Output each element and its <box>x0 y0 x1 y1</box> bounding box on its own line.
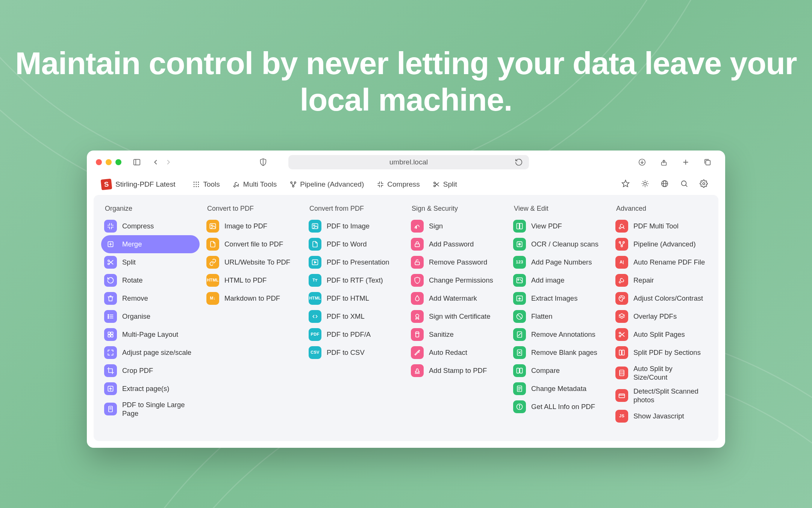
tool-get-all-info-on-pdf[interactable]: Get ALL Info on PDF <box>510 398 609 416</box>
tool-adjust-colors-contrast[interactable]: Adjust Colors/Contrast <box>612 289 711 307</box>
tool-extract-page-s[interactable]: Extract page(s) <box>101 380 200 398</box>
tool-organise[interactable]: Organise <box>101 307 200 325</box>
downloads-button[interactable] <box>636 157 648 168</box>
tool-flatten[interactable]: Flatten <box>510 307 609 325</box>
close-window-button[interactable] <box>96 159 102 165</box>
tool-convert-file-to-pdf[interactable]: Convert file to PDF <box>203 235 302 253</box>
numbers-icon: 123 <box>513 256 526 269</box>
minimize-window-button[interactable] <box>106 159 112 165</box>
tool-detect-split-scanned-photos[interactable]: Detect/Split Scanned photos <box>612 384 711 407</box>
tool-remove-password[interactable]: Remove Password <box>408 253 506 271</box>
tool-view-pdf[interactable]: View PDF <box>510 217 609 235</box>
nav-compress[interactable]: Compress <box>377 180 420 189</box>
sidebar-toggle-button[interactable] <box>131 157 142 168</box>
tool-pdf-to-single-large-page[interactable]: PDF to Single Large Page <box>101 398 200 420</box>
tool-pipeline-advanced[interactable]: Pipeline (Advanced) <box>612 235 711 253</box>
reload-button[interactable] <box>513 157 524 168</box>
svg-line-39 <box>686 185 688 187</box>
maximize-window-button[interactable] <box>115 159 121 165</box>
tool-overlay-pdfs[interactable]: Overlay PDFs <box>612 307 711 325</box>
sanitize-icon <box>411 328 424 341</box>
tool-label: Crop PDF <box>122 366 194 375</box>
tool-pdf-to-xml[interactable]: PDF to XML <box>306 307 404 325</box>
theme-toggle-button[interactable] <box>641 179 649 190</box>
tool-sanitize[interactable]: Sanitize <box>408 325 506 344</box>
tool-pdf-to-csv[interactable]: CSVPDF to CSV <box>306 344 404 362</box>
forward-button[interactable] <box>163 157 174 168</box>
tool-compress[interactable]: Compress <box>101 217 200 235</box>
unlock-icon <box>411 256 424 269</box>
tool-add-image[interactable]: Add image <box>510 271 609 289</box>
settings-button[interactable] <box>700 179 708 190</box>
tool-show-javascript[interactable]: JSShow Javascript <box>612 407 711 425</box>
tool-remove[interactable]: Remove <box>101 289 200 307</box>
tool-extract-images[interactable]: Extract Images <box>510 289 609 307</box>
tool-url-website-to-pdf[interactable]: URL/Website To PDF <box>203 253 302 271</box>
shield-icon <box>411 274 424 287</box>
tool-html-to-pdf[interactable]: HTMLHTML to PDF <box>203 271 302 289</box>
tool-add-password[interactable]: Add Password <box>408 235 506 253</box>
tool-adjust-page-size-scale[interactable]: Adjust page size/scale <box>101 344 200 362</box>
tool-split-pdf-by-sections[interactable]: Split PDF by Sections <box>612 344 711 362</box>
tool-add-watermark[interactable]: Add Watermark <box>408 289 506 307</box>
trash-icon <box>104 292 117 305</box>
tool-multi-page-layout[interactable]: Multi-Page Layout <box>101 325 200 344</box>
upload-icon <box>104 382 117 395</box>
tool-add-page-numbers[interactable]: 123Add Page Numbers <box>510 253 609 271</box>
tool-pdf-multi-tool[interactable]: PDF Multi Tool <box>612 217 711 235</box>
tool-sign-with-certificate[interactable]: Sign with Certificate <box>408 307 506 325</box>
wrench-icon <box>615 274 628 287</box>
tool-pdf-to-presentation[interactable]: PDF to Presentation <box>306 253 404 271</box>
tool-pdf-to-word[interactable]: PDF to Word <box>306 235 404 253</box>
tool-auto-redact[interactable]: Auto Redact <box>408 344 506 362</box>
tool-label: HTML to PDF <box>224 276 297 284</box>
app-brand[interactable]: S Stirling-PDF Latest <box>101 179 175 190</box>
favorites-button[interactable] <box>621 179 630 190</box>
tool-auto-split-pages[interactable]: Auto Split Pages <box>612 325 711 344</box>
back-button[interactable] <box>150 157 161 168</box>
nav-pipeline[interactable]: Pipeline (Advanced) <box>289 180 364 189</box>
tool-pdf-to-html[interactable]: HTMLPDF to HTML <box>306 289 404 307</box>
tool-markdown-to-pdf[interactable]: M↓Markdown to PDF <box>203 289 302 307</box>
tool-rotate[interactable]: Rotate <box>101 271 200 289</box>
tool-pdf-to-image[interactable]: PDF to Image <box>306 217 404 235</box>
tool-split[interactable]: Split <box>101 253 200 271</box>
tool-label: Change Metadata <box>531 384 603 393</box>
nav-multi-tools[interactable]: Multi Tools <box>233 180 277 189</box>
new-tab-button[interactable] <box>680 157 691 168</box>
tool-change-metadata[interactable]: Change Metadata <box>510 380 609 398</box>
remove-annotation-icon <box>513 328 526 341</box>
tool-pdf-to-rtf-text[interactable]: TᴛPDF to RTF (Text) <box>306 271 404 289</box>
nav-split[interactable]: Split <box>433 180 457 189</box>
redact-icon <box>411 346 424 359</box>
tool-pdf-to-pdf-a[interactable]: PDFPDF to PDF/A <box>306 325 404 344</box>
tool-ocr-cleanup-scans[interactable]: OCR / Cleanup scans <box>510 235 609 253</box>
tool-add-stamp-to-pdf[interactable]: Add Stamp to PDF <box>408 362 506 380</box>
rename-icon: A| <box>615 256 628 269</box>
nav-tools[interactable]: Tools <box>192 180 220 189</box>
tool-merge[interactable]: Merge <box>101 235 200 253</box>
svg-point-40 <box>703 183 705 185</box>
tool-auto-split-by-size-count[interactable]: Auto Split by Size/Count <box>612 362 711 384</box>
tool-repair[interactable]: Repair <box>612 271 711 289</box>
stamp-icon <box>411 364 424 377</box>
url-bar[interactable]: umbrel.local <box>288 155 529 169</box>
column-title: Advanced <box>612 205 711 217</box>
tool-sign[interactable]: Sign <box>408 217 506 235</box>
tool-auto-rename-pdf-file[interactable]: A|Auto Rename PDF File <box>612 253 711 271</box>
privacy-shield-icon[interactable] <box>258 157 269 168</box>
sections-icon <box>615 346 628 359</box>
tool-change-permissions[interactable]: Change Permissions <box>408 271 506 289</box>
share-button[interactable] <box>658 157 670 168</box>
tool-compare[interactable]: Compare <box>510 362 609 380</box>
search-button[interactable] <box>680 179 688 190</box>
svg-rect-57 <box>111 335 113 337</box>
palette-icon <box>615 292 628 305</box>
tool-crop-pdf[interactable]: Crop PDF <box>101 362 200 380</box>
fullscreen-icon <box>104 346 117 359</box>
tool-remove-annotations[interactable]: Remove Annotations <box>510 325 609 344</box>
tabs-overview-button[interactable] <box>702 157 713 168</box>
language-button[interactable] <box>661 179 669 190</box>
tool-remove-blank-pages[interactable]: Remove Blank pages <box>510 344 609 362</box>
tool-image-to-pdf[interactable]: Image to PDF <box>203 217 302 235</box>
